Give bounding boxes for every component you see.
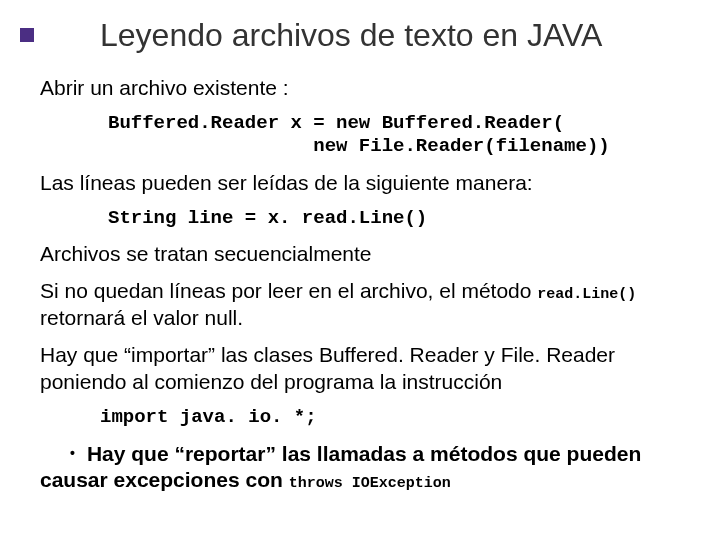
slide: Leyendo archivos de texto en JAVA Abrir … (0, 0, 720, 540)
slide-body: Abrir un archivo existente : Buffered.Re… (40, 75, 690, 494)
code-buffered-reader: Buffered.Reader x = new Buffered.Reader(… (108, 112, 690, 158)
text-null-a: Si no quedan líneas por leer en el archi… (40, 279, 537, 302)
paragraph-read-lines: Las líneas pueden ser leídas de la sigui… (40, 170, 690, 197)
paragraph-throws: •Hay que “reportar” las llamadas a métod… (40, 441, 690, 495)
paragraph-null-return: Si no quedan líneas por leer en el archi… (40, 278, 690, 332)
paragraph-open-file: Abrir un archivo existente : (40, 75, 690, 102)
code-throws-inline: throws IOException (289, 475, 451, 492)
code-import: import java. io. *; (100, 406, 690, 429)
title-bullet-icon (20, 28, 34, 42)
slide-title: Leyendo archivos de texto en JAVA (100, 18, 690, 53)
paragraph-import: Hay que “importar” las clases Buffered. … (40, 342, 690, 396)
text-null-b: retornará el valor null. (40, 306, 243, 329)
paragraph-sequential: Archivos se tratan secuencialmente (40, 241, 690, 268)
sub-bullet-icon: • (70, 445, 75, 463)
code-readline-inline: read.Line() (537, 286, 636, 303)
code-read-line: String line = x. read.Line() (108, 207, 690, 230)
